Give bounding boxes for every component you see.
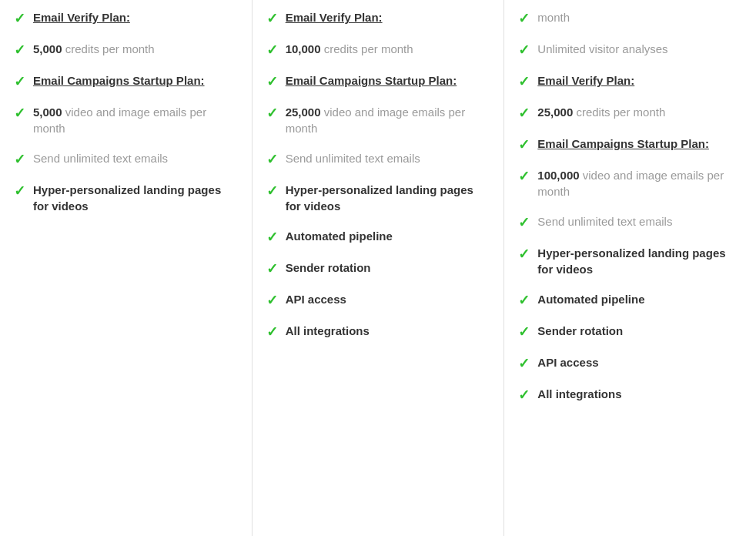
check-icon: ✓ xyxy=(518,42,530,59)
feature-text: 5,000 credits per month xyxy=(33,41,155,57)
check-icon: ✓ xyxy=(518,387,530,404)
check-icon: ✓ xyxy=(518,136,530,153)
feature-item: ✓10,000 credits per month xyxy=(266,41,490,59)
feature-text: Hyper-personalized landing pages for vid… xyxy=(537,245,742,277)
check-icon: ✓ xyxy=(266,73,278,90)
feature-text: Sender rotation xyxy=(286,260,371,276)
feature-text: 25,000 video and image emails per month xyxy=(286,104,490,136)
feature-item: ✓Email Verify Plan: xyxy=(266,9,490,27)
feature-part: 25,000 xyxy=(537,106,573,119)
check-icon: ✓ xyxy=(266,260,278,277)
feature-item: ✓25,000 video and image emails per month xyxy=(266,104,490,136)
feature-part: Email Verify Plan: xyxy=(537,74,634,87)
feature-item: ✓Automated pipeline xyxy=(266,228,490,246)
check-icon: ✓ xyxy=(266,229,278,246)
feature-part: Hyper-personalized landing pages for vid… xyxy=(33,183,221,213)
feature-part: Email Campaigns Startup Plan: xyxy=(537,137,709,150)
check-icon: ✓ xyxy=(266,105,278,122)
feature-part: Email Verify Plan: xyxy=(33,11,130,24)
feature-text: Sender rotation xyxy=(537,323,623,339)
feature-part: Automated pipeline xyxy=(286,229,393,243)
feature-part: All integrations xyxy=(537,387,621,400)
feature-text: API access xyxy=(537,354,598,370)
check-icon: ✓ xyxy=(266,292,278,309)
feature-part: 10,000 xyxy=(286,42,321,55)
feature-list-2: ✓Email Verify Plan:✓10,000 credits per m… xyxy=(266,9,490,340)
check-icon: ✓ xyxy=(266,42,278,59)
feature-text: Email Verify Plan: xyxy=(537,72,634,89)
check-icon: ✓ xyxy=(14,73,25,90)
feature-text: All integrations xyxy=(286,323,370,339)
feature-part: Send unlimited text emails xyxy=(286,152,420,165)
feature-item: ✓5,000 video and image emails per month xyxy=(14,104,238,136)
check-icon: ✓ xyxy=(14,10,25,27)
feature-part: 100,000 xyxy=(537,169,579,182)
feature-text: Email Campaigns Startup Plan: xyxy=(286,72,457,89)
check-icon: ✓ xyxy=(266,323,278,340)
plan-column-2: ✓Email Verify Plan:✓10,000 credits per m… xyxy=(253,0,505,536)
feature-part: credits per month xyxy=(321,42,413,55)
feature-item: ✓Email Verify Plan: xyxy=(14,9,238,27)
feature-part: Automated pipeline xyxy=(537,293,644,306)
feature-text: 10,000 credits per month xyxy=(286,41,413,57)
feature-part: API access xyxy=(537,356,598,369)
feature-part: Unlimited visitor analyses xyxy=(537,42,667,55)
feature-item: ✓Email Campaigns Startup Plan: xyxy=(266,72,490,90)
feature-part: Email Campaigns Startup Plan: xyxy=(33,74,205,87)
feature-part: credits per month xyxy=(573,106,665,119)
feature-item: ✓Send unlimited text emails xyxy=(518,213,742,231)
feature-text: 5,000 video and image emails per month xyxy=(33,104,238,136)
check-icon: ✓ xyxy=(518,323,530,340)
feature-item: ✓All integrations xyxy=(518,386,742,404)
feature-part: 25,000 xyxy=(286,106,321,119)
check-icon: ✓ xyxy=(14,151,25,168)
plan-column-1: ✓Email Verify Plan:✓5,000 credits per mo… xyxy=(0,0,253,536)
check-icon: ✓ xyxy=(266,183,278,199)
feature-item: ✓Email Verify Plan: xyxy=(518,72,742,90)
feature-part: Send unlimited text emails xyxy=(33,152,168,165)
check-icon: ✓ xyxy=(518,10,530,27)
check-icon: ✓ xyxy=(518,246,530,263)
feature-text: Automated pipeline xyxy=(286,228,393,244)
feature-text: Email Campaigns Startup Plan: xyxy=(537,136,709,152)
feature-item: ✓Automated pipeline xyxy=(518,291,742,309)
check-icon: ✓ xyxy=(14,42,25,59)
feature-part: Hyper-personalized landing pages for vid… xyxy=(537,246,725,276)
feature-item: ✓Unlimited visitor analyses xyxy=(518,41,742,59)
feature-item: ✓100,000 video and image emails per mont… xyxy=(518,167,742,199)
feature-part: Email Campaigns Startup Plan: xyxy=(286,74,457,87)
feature-text: Email Verify Plan: xyxy=(286,9,383,25)
feature-text: 100,000 video and image emails per month xyxy=(537,167,742,199)
feature-item: ✓5,000 credits per month xyxy=(14,41,238,59)
feature-item: ✓25,000 credits per month xyxy=(518,104,742,122)
feature-item: ✓All integrations xyxy=(266,323,490,340)
feature-text: Send unlimited text emails xyxy=(537,213,672,229)
feature-list-1: ✓Email Verify Plan:✓5,000 credits per mo… xyxy=(14,9,238,214)
feature-part: All integrations xyxy=(286,324,370,337)
check-icon: ✓ xyxy=(266,10,278,27)
check-icon: ✓ xyxy=(518,214,530,231)
feature-item: ✓Hyper-personalized landing pages for vi… xyxy=(266,182,490,214)
feature-item: ✓Send unlimited text emails xyxy=(266,150,490,168)
feature-text: API access xyxy=(286,291,346,307)
feature-text: Hyper-personalized landing pages for vid… xyxy=(286,182,490,214)
feature-part: Hyper-personalized landing pages for vid… xyxy=(286,183,473,213)
feature-item: ✓API access xyxy=(518,354,742,372)
check-icon: ✓ xyxy=(518,73,530,90)
feature-item: ✓API access xyxy=(266,291,490,309)
feature-item: ✓Email Campaigns Startup Plan: xyxy=(518,136,742,153)
feature-item: ✓Hyper-personalized landing pages for vi… xyxy=(14,182,238,214)
check-icon: ✓ xyxy=(266,151,278,168)
check-icon: ✓ xyxy=(518,355,530,372)
feature-text: 25,000 credits per month xyxy=(537,104,665,120)
feature-text: Hyper-personalized landing pages for vid… xyxy=(33,182,238,214)
feature-item: ✓Hyper-personalized landing pages for vi… xyxy=(518,245,742,277)
check-icon: ✓ xyxy=(14,183,25,199)
feature-text: Automated pipeline xyxy=(537,291,644,307)
feature-text: Unlimited visitor analyses xyxy=(537,41,667,57)
feature-list-3: ✓month✓Unlimited visitor analyses✓Email … xyxy=(518,9,742,404)
feature-part: month xyxy=(537,11,570,24)
feature-item: ✓Send unlimited text emails xyxy=(14,150,238,168)
plans-container: ✓Email Verify Plan:✓5,000 credits per mo… xyxy=(0,0,756,536)
feature-part: 5,000 xyxy=(33,42,62,55)
